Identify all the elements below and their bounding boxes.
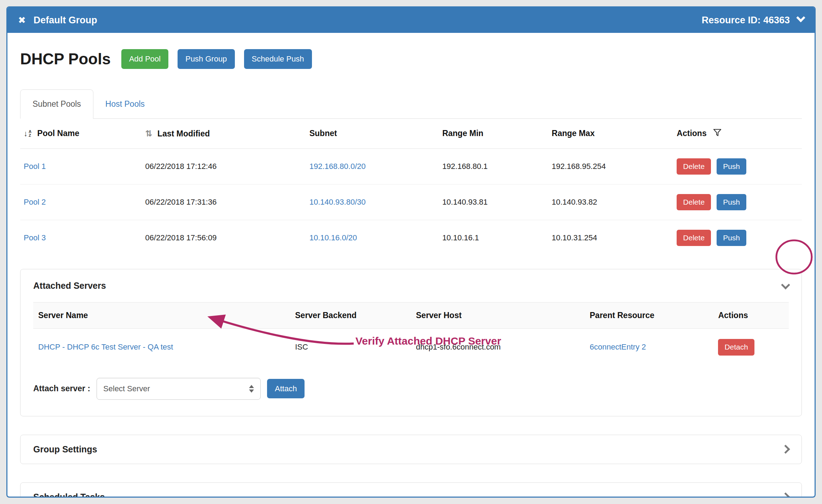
filter-icon[interactable] [713, 129, 722, 137]
col-pool-name: ↓ A Z Pool Name [20, 119, 145, 149]
pools-table-head: ↓ A Z Pool Name ⇅ Last Modified S [20, 119, 802, 149]
server-host: dhcp1-sfo.6connect.com [411, 329, 585, 366]
titlebar-left: ✖ Default Group [18, 15, 97, 26]
schedule-push-button[interactable]: Schedule Push [244, 49, 312, 69]
server-name-link[interactable]: DHCP - DHCP 6c Test Server - QA test [38, 342, 173, 351]
group-title: Default Group [34, 15, 97, 26]
pool-range-max: 10.140.93.82 [552, 184, 677, 220]
page-title: DHCP Pools [20, 50, 111, 68]
pool-row: Pool 3 06/22/2018 17:56:09 10.10.16.0/20… [20, 220, 802, 256]
group-settings-chevron-icon[interactable] [781, 445, 790, 453]
pools-table-body: Pool 1 06/22/2018 17:12:46 192.168.80.0/… [20, 148, 802, 256]
pool-range-max: 192.168.95.254 [552, 148, 677, 184]
pool-subnet-link[interactable]: 10.140.93.80/30 [309, 198, 366, 206]
pool-range-min: 10.10.16.1 [442, 220, 551, 256]
servers-table: Server Name Server Backend Server Host P… [33, 302, 789, 365]
resource-id-label: Resource ID: 46363 [702, 15, 790, 26]
pool-subnet-link[interactable]: 10.10.16.0/20 [309, 233, 357, 242]
pool-modified: 06/22/2018 17:56:09 [145, 220, 309, 256]
pool-range-min: 192.168.80.1 [442, 148, 551, 184]
col-pool-name-label: Pool Name [37, 129, 79, 138]
col-subnet-label: Subnet [309, 129, 337, 138]
sort-updown-icon[interactable]: ⇅ [145, 129, 152, 138]
tab-host-pools[interactable]: Host Pools [93, 90, 157, 118]
content: DHCP Pools Add Pool Push Group Schedule … [7, 49, 815, 498]
col-server-name: Server Name [33, 303, 290, 329]
attach-button[interactable]: Attach [267, 379, 305, 399]
pool-row: Pool 1 06/22/2018 17:12:46 192.168.80.0/… [20, 148, 802, 184]
col-range-min: Range Min [442, 119, 551, 149]
col-server-backend: Server Backend [290, 303, 411, 329]
scheduled-tasks-panel: Scheduled Tasks [20, 482, 802, 498]
group-settings-header[interactable]: Group Settings [21, 435, 801, 464]
add-pool-button[interactable]: Add Pool [121, 49, 168, 69]
col-subnet: Subnet [309, 119, 442, 149]
attach-server-row: Attach server : Select Server Attach [21, 366, 801, 416]
push-pool-button[interactable]: Push [717, 230, 746, 246]
pool-range-min: 10.140.93.81 [442, 184, 551, 220]
scheduled-tasks-chevron-icon[interactable] [781, 492, 790, 498]
attach-server-label: Attach server : [33, 384, 90, 393]
parent-resource-link[interactable]: 6connectEntry 2 [590, 342, 646, 351]
tabs: Subnet Pools Host Pools [20, 89, 802, 119]
group-settings-panel: Group Settings [20, 435, 802, 464]
attached-servers-body: Server Name Server Backend Server Host P… [21, 302, 801, 365]
sort-letter-z: Z [29, 134, 31, 137]
titlebar: ✖ Default Group Resource ID: 46363 [7, 7, 815, 33]
default-group-window: ✖ Default Group Resource ID: 46363 DHCP … [6, 6, 816, 498]
select-stepper-icon [249, 385, 254, 393]
delete-pool-button[interactable]: Delete [677, 194, 711, 210]
attached-servers-chevron-icon[interactable] [781, 280, 790, 289]
attached-servers-title: Attached Servers [33, 281, 106, 291]
detach-button[interactable]: Detach [718, 339, 754, 355]
pool-range-max: 10.10.31.254 [552, 220, 677, 256]
pool-name-link[interactable]: Pool 3 [24, 233, 46, 242]
col-last-modified-label: Last Modified [157, 129, 210, 138]
scheduled-tasks-header[interactable]: Scheduled Tasks [21, 483, 801, 498]
col-range-max: Range Max [552, 119, 677, 149]
pool-modified: 06/22/2018 17:31:36 [145, 184, 309, 220]
tab-subnet-pools[interactable]: Subnet Pools [20, 89, 93, 119]
server-row: DHCP - DHCP 6c Test Server - QA test ISC… [33, 329, 789, 366]
col-server-host: Server Host [411, 303, 585, 329]
col-actions-label: Actions [677, 129, 706, 138]
pool-modified: 06/22/2018 17:12:46 [145, 148, 309, 184]
attach-server-select-value: Select Server [103, 384, 150, 393]
group-settings-title: Group Settings [33, 444, 97, 455]
pool-row: Pool 2 06/22/2018 17:31:36 10.140.93.80/… [20, 184, 802, 220]
push-pool-button[interactable]: Push [717, 158, 746, 175]
col-range-min-label: Range Min [442, 129, 483, 138]
sort-arrow: ↓ [24, 130, 28, 137]
attach-server-select[interactable]: Select Server [97, 378, 261, 400]
col-range-max-label: Range Max [552, 129, 595, 138]
pool-name-link[interactable]: Pool 1 [24, 162, 46, 171]
col-last-modified: ⇅ Last Modified [145, 119, 309, 149]
attached-servers-panel: Attached Servers Server Name Server Back… [20, 269, 802, 416]
sort-alpha-asc-icon[interactable]: ↓ A Z [24, 130, 31, 137]
delete-pool-button[interactable]: Delete [677, 230, 711, 246]
scheduled-tasks-title: Scheduled Tasks [33, 492, 105, 498]
title-row: DHCP Pools Add Pool Push Group Schedule … [20, 49, 802, 69]
push-group-button[interactable]: Push Group [178, 49, 235, 69]
attached-servers-header[interactable]: Attached Servers [21, 269, 801, 302]
server-backend: ISC [290, 329, 411, 366]
push-pool-button[interactable]: Push [717, 194, 746, 210]
pool-name-link[interactable]: Pool 2 [24, 198, 46, 206]
collapse-group-chevron-icon[interactable] [796, 13, 805, 22]
col-parent-resource: Parent Resource [585, 303, 713, 329]
pools-table: ↓ A Z Pool Name ⇅ Last Modified S [20, 119, 802, 256]
titlebar-right: Resource ID: 46363 [702, 15, 804, 26]
col-server-actions: Actions [713, 303, 789, 329]
pool-subnet-link[interactable]: 192.168.80.0/20 [309, 162, 366, 171]
col-actions: Actions [677, 119, 802, 149]
delete-pool-button[interactable]: Delete [677, 158, 711, 175]
close-icon[interactable]: ✖ [18, 16, 26, 25]
